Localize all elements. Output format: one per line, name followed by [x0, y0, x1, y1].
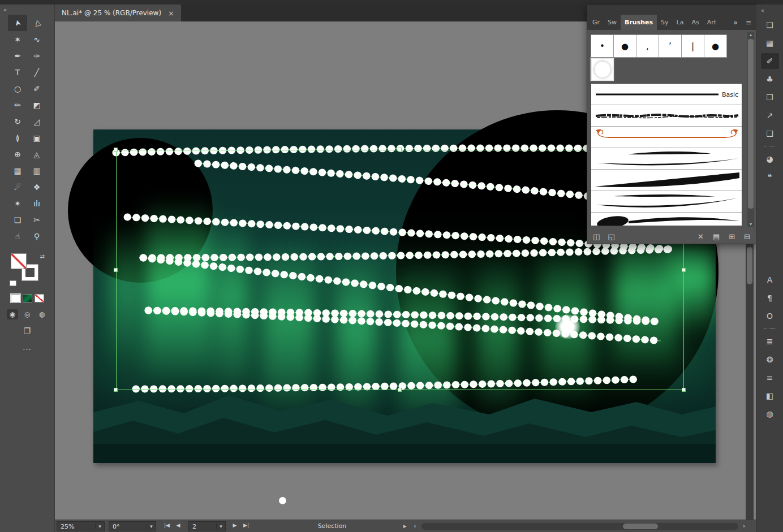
- appearance-orb-icon[interactable]: ❂: [761, 352, 779, 367]
- color-button[interactable]: [11, 294, 20, 302]
- pen-tool[interactable]: ✒: [8, 47, 27, 64]
- color-panel-icon[interactable]: ◕: [761, 151, 779, 167]
- export-panel-icon[interactable]: ↗: [761, 107, 779, 123]
- rotation-combo[interactable]: 0° ▾: [109, 521, 156, 531]
- layers-panel-icon[interactable]: ❐: [761, 89, 779, 105]
- delete-brush-icon[interactable]: ⊟: [744, 232, 750, 241]
- bbox-handle-bottom-right[interactable]: [682, 388, 686, 392]
- bbox-handle-bottom-mid[interactable]: [398, 388, 402, 392]
- brushes-panel-icon[interactable]: ✐: [761, 53, 779, 69]
- status-menu-icon[interactable]: ▸: [403, 522, 407, 530]
- default-fill-stroke-icon[interactable]: [10, 280, 16, 286]
- fill-swatch[interactable]: [11, 253, 27, 269]
- none-button[interactable]: [35, 294, 44, 302]
- horizontal-scrollbar-thumb[interactable]: [623, 524, 658, 529]
- brush-calligraphic-small[interactable]: •: [591, 34, 614, 58]
- brush-taper[interactable]: ’: [659, 34, 682, 58]
- bbox-handle-top-left[interactable]: [114, 148, 118, 152]
- opentype-panel-icon[interactable]: O: [761, 308, 779, 324]
- artboard-tool[interactable]: ❏: [8, 211, 27, 228]
- scale-tool[interactable]: ◿: [27, 113, 46, 129]
- bbox-handle-top-mid[interactable]: [398, 148, 402, 152]
- symbol-sprayer-tool[interactable]: ✴: [8, 195, 27, 211]
- horizontal-scrollbar[interactable]: [421, 523, 738, 530]
- asset-export-panel-icon[interactable]: ▦: [761, 35, 779, 51]
- hscroll-left-arrow-icon[interactable]: ‹: [414, 522, 416, 530]
- rotation-chevron-icon[interactable]: ▾: [147, 524, 156, 529]
- zoom-combo[interactable]: 25% ▾: [57, 521, 105, 531]
- paragraph-panel-icon[interactable]: ¶: [761, 290, 779, 306]
- document-tab[interactable]: NL.ai* @ 25 % (RGB/Preview) ×: [55, 5, 181, 21]
- toolbar-collapse-icon[interactable]: «: [3, 7, 7, 13]
- stroke-panel-icon[interactable]: ≡: [761, 370, 779, 386]
- last-artboard-button[interactable]: ▶|: [240, 520, 252, 530]
- bbox-handle-mid-left[interactable]: [114, 268, 118, 272]
- new-brush-icon[interactable]: ⊞: [729, 232, 735, 241]
- navigator-sphere-icon[interactable]: ◍: [761, 406, 779, 422]
- panel-menu-icon[interactable]: ≡: [746, 19, 751, 27]
- remove-brush-stroke-icon[interactable]: ✕: [698, 232, 704, 241]
- artboard-chevron-icon[interactable]: ▾: [216, 524, 225, 529]
- pasteboard-white-dot[interactable]: [279, 497, 286, 504]
- column-graph-tool[interactable]: ılı: [27, 195, 46, 211]
- brush-taper-small[interactable]: ,: [636, 34, 659, 58]
- tab-assets[interactable]: As: [687, 15, 703, 30]
- swap-fill-stroke-icon[interactable]: ⇄: [40, 253, 45, 259]
- tab-gradient[interactable]: Gr: [588, 15, 604, 30]
- tab-swatches[interactable]: Sw: [604, 15, 621, 30]
- panel-overflow-icon[interactable]: »: [734, 19, 738, 27]
- artboards-panel-icon[interactable]: ❏: [761, 17, 779, 33]
- line-segment-tool[interactable]: ╱: [27, 64, 46, 80]
- paintbrush-tool[interactable]: ✐: [27, 80, 46, 97]
- panel-scrollbar[interactable]: ▴ ▾: [747, 32, 754, 227]
- hand-tool[interactable]: ☝: [8, 228, 27, 244]
- magic-wand-tool[interactable]: ✶: [8, 31, 27, 47]
- tab-brushes[interactable]: Brushes: [621, 15, 657, 30]
- brush-item-thin-taper[interactable]: [591, 148, 742, 170]
- brush-item-arrow-ornament[interactable]: [591, 127, 742, 148]
- brush-options-icon[interactable]: ▤: [713, 232, 720, 241]
- artboard-combo[interactable]: 2 ▾: [188, 521, 226, 531]
- close-tab-icon[interactable]: ×: [168, 9, 174, 18]
- draw-normal-button[interactable]: ◉: [7, 309, 18, 319]
- pencil-tool[interactable]: ✏: [8, 97, 27, 113]
- lasso-tool[interactable]: ∿: [27, 31, 46, 47]
- eraser-tool[interactable]: ◩: [27, 97, 46, 113]
- character-panel-icon[interactable]: A: [761, 272, 779, 288]
- gradient-button[interactable]: [23, 294, 32, 302]
- slice-tool[interactable]: ✂: [27, 211, 46, 228]
- screen-mode-icon[interactable]: ❐: [0, 326, 54, 335]
- edit-toolbar-ellipsis[interactable]: ···: [0, 345, 54, 354]
- brush-white-dot[interactable]: [591, 58, 614, 81]
- libraries-panel-icon[interactable]: ◱: [608, 232, 614, 241]
- selection-tool[interactable]: ➤: [8, 15, 27, 31]
- rotate-tool[interactable]: ↻: [8, 113, 27, 129]
- comments-panel-icon[interactable]: ❝: [761, 169, 779, 185]
- brush-round[interactable]: ●: [704, 34, 727, 58]
- gradient-panel-icon[interactable]: ◧: [761, 388, 779, 404]
- eyedropper-tool[interactable]: ☄: [8, 179, 27, 195]
- first-artboard-button[interactable]: |◀: [161, 520, 173, 530]
- width-tool[interactable]: ≬: [8, 129, 27, 146]
- draw-behind-button[interactable]: ◎: [21, 309, 33, 319]
- brush-item-ink-blob[interactable]: [591, 213, 742, 226]
- tab-layers[interactable]: La: [673, 15, 688, 30]
- gradient-tool[interactable]: ▥: [27, 162, 46, 179]
- zoom-tool[interactable]: ⚲: [27, 228, 46, 244]
- perspective-grid-tool[interactable]: ◬: [27, 146, 46, 162]
- brush-item-charcoal[interactable]: [591, 105, 742, 127]
- tab-symbols[interactable]: Sy: [657, 15, 673, 30]
- blend-tool[interactable]: ❖: [27, 179, 46, 195]
- bbox-handle-mid-right[interactable]: [682, 268, 686, 272]
- vertical-scrollbar-thumb[interactable]: [747, 247, 752, 284]
- brush-flat[interactable]: |: [681, 34, 704, 58]
- draw-inside-button[interactable]: ◍: [36, 309, 48, 319]
- direct-selection-tool[interactable]: ▷: [27, 15, 46, 31]
- ellipse-tool[interactable]: ○: [8, 80, 27, 97]
- brush-calligraphic-large[interactable]: ●: [613, 34, 636, 58]
- curvature-tool[interactable]: ✑: [27, 47, 46, 64]
- properties-sliders-icon[interactable]: ≣: [761, 334, 779, 349]
- zoom-chevron-icon[interactable]: ▾: [95, 524, 104, 529]
- free-transform-tool[interactable]: ▣: [27, 129, 46, 146]
- prev-artboard-button[interactable]: ◀: [173, 520, 184, 530]
